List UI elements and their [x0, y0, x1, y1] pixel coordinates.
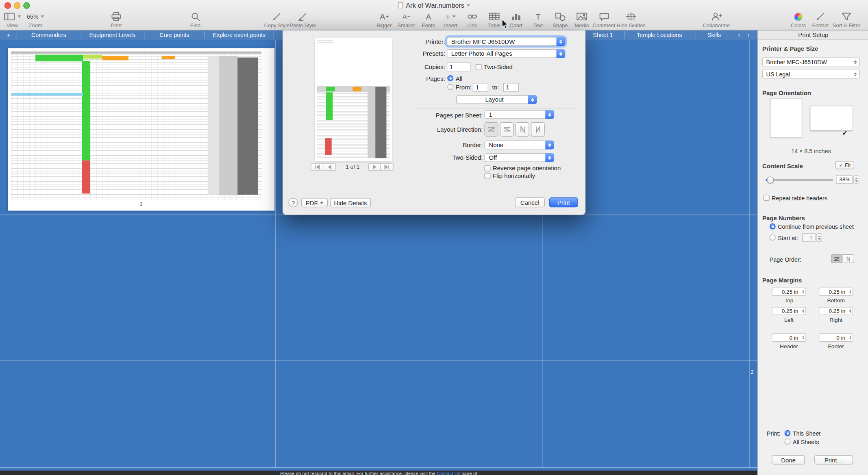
reverse-orientation-checkbox[interactable]: [484, 165, 490, 171]
find-button[interactable]: Find: [189, 12, 202, 28]
flip-horizontally-label: Flip horizontally: [493, 173, 535, 179]
pdf-menu-button[interactable]: PDF: [301, 198, 328, 207]
margin-top-label: Top: [772, 297, 806, 304]
margin-bottom-input[interactable]: 0.25 in: [819, 288, 853, 296]
table-button[interactable]: Table: [488, 12, 501, 28]
tabs-next-button[interactable]: ›: [747, 30, 749, 40]
stepper-icon[interactable]: [802, 336, 804, 340]
title-chevron-icon: [467, 4, 470, 7]
start-at-input[interactable]: 1: [802, 233, 816, 241]
continue-page-numbers-radio[interactable]: [770, 223, 776, 230]
stepper-icon[interactable]: [849, 309, 851, 313]
last-page-icon: [384, 164, 390, 170]
copies-input[interactable]: 1: [447, 63, 471, 72]
fonts-button[interactable]: A Fonts: [422, 12, 435, 28]
page-thumbnail[interactable]: 2: [8, 48, 274, 210]
view-button[interactable]: View: [3, 12, 21, 28]
pages-from-input[interactable]: 1: [473, 83, 488, 92]
stepper-icon[interactable]: [802, 309, 804, 313]
portrait-orientation-option[interactable]: [770, 98, 802, 138]
layout-direction-n2-button[interactable]: [531, 122, 545, 137]
colors-button[interactable]: Colors: [791, 12, 806, 28]
pages-to-input[interactable]: 1: [503, 83, 519, 92]
stepper-icon[interactable]: [849, 290, 851, 294]
slider-knob[interactable]: [767, 176, 774, 184]
layout-direction-s-button[interactable]: [500, 122, 514, 137]
print-button[interactable]: Print: [110, 12, 122, 28]
scale-value-input[interactable]: 38%: [836, 175, 853, 183]
window-title[interactable]: Ark of War.numbers: [0, 2, 868, 9]
collaborate-button[interactable]: Collaborate: [703, 12, 730, 28]
tab-separator: [144, 32, 144, 39]
start-at-stepper[interactable]: [816, 233, 822, 241]
smaller-text-button[interactable]: A− Smaller: [398, 12, 416, 28]
this-sheet-radio[interactable]: [785, 430, 791, 436]
print-confirm-button[interactable]: Print: [549, 197, 578, 207]
margin-right-input[interactable]: 0.25 in: [819, 307, 853, 315]
last-page-button[interactable]: [381, 163, 394, 171]
content-scale-slider[interactable]: [766, 179, 833, 181]
link-button[interactable]: Link: [466, 12, 479, 28]
stepper-icon[interactable]: [802, 290, 804, 294]
format-button[interactable]: Format: [812, 12, 829, 28]
done-button[interactable]: Done: [772, 455, 805, 464]
margin-left-input[interactable]: 0.25 in: [772, 307, 806, 315]
help-button[interactable]: ?: [288, 198, 298, 207]
landscape-orientation-option[interactable]: [810, 106, 853, 130]
copy-style-button[interactable]: Copy Style: [264, 12, 290, 28]
stepper-icon[interactable]: [849, 336, 851, 340]
tabs-prev-button[interactable]: ‹: [738, 30, 740, 40]
media-button[interactable]: Media: [575, 12, 589, 28]
insert-button[interactable]: + Insert: [444, 12, 457, 28]
tab-temple-locations[interactable]: Temple Locations: [637, 30, 682, 40]
margin-header-input[interactable]: 0 in: [772, 334, 806, 342]
tab-cure-points[interactable]: Cure points: [159, 30, 189, 40]
add-sheet-button[interactable]: +: [7, 30, 10, 40]
layout-direction-n-button[interactable]: [516, 122, 529, 137]
prev-page-button[interactable]: [323, 163, 336, 171]
margin-footer-input[interactable]: 0 in: [819, 334, 853, 342]
hide-details-button[interactable]: Hide Details: [330, 198, 371, 207]
all-sheets-radio[interactable]: [785, 438, 791, 445]
repeat-table-headers-checkbox[interactable]: [764, 195, 770, 201]
fit-button[interactable]: ✓ Fit: [835, 161, 854, 169]
border-select[interactable]: None: [484, 141, 554, 150]
pages-per-sheet-select[interactable]: 1: [484, 110, 554, 119]
text-button[interactable]: T Text: [533, 12, 543, 28]
tab-sheet-1[interactable]: Sheet 1: [593, 30, 613, 40]
page-order-vertical-button[interactable]: [843, 254, 855, 263]
contact-us-link[interactable]: Contact Us: [437, 471, 460, 475]
flip-horizontally-checkbox[interactable]: [484, 173, 490, 179]
tab-explore-event-points[interactable]: Explore event points: [213, 30, 265, 40]
paper-size-select[interactable]: US Legal: [762, 69, 860, 78]
pages-all-radio[interactable]: [447, 75, 453, 81]
shape-button[interactable]: Shape: [553, 12, 568, 28]
next-page-button[interactable]: [368, 163, 381, 171]
page-order-horizontal-button[interactable]: [831, 254, 843, 263]
scale-stepper[interactable]: [853, 175, 859, 183]
presets-select[interactable]: Letter Photo-All Pages: [447, 49, 565, 58]
start-at-radio[interactable]: [770, 234, 776, 241]
printer-select[interactable]: Brother MFC-J6510DW: [447, 37, 565, 46]
sort-filter-button[interactable]: Sort & Filter: [833, 12, 860, 28]
layout-direction-z-button[interactable]: [484, 122, 498, 137]
two-sided-select[interactable]: Off: [484, 153, 554, 162]
zoom-select[interactable]: 65% Zoom: [27, 12, 44, 28]
pages-from-radio[interactable]: [447, 84, 453, 90]
two-sided-checkbox[interactable]: [476, 64, 482, 70]
sidebar-print-button[interactable]: Print…: [814, 455, 853, 464]
paste-style-button[interactable]: Paste Style: [289, 12, 316, 28]
margin-top-input[interactable]: 0.25 in: [772, 288, 806, 296]
sidebar-printer-select[interactable]: Brother MFC-J6510DW: [762, 58, 860, 67]
tab-skills[interactable]: Skills: [707, 30, 721, 40]
bigger-text-button[interactable]: A+ Bigger: [376, 12, 392, 28]
cancel-button[interactable]: Cancel: [515, 197, 545, 207]
chart-button[interactable]: Chart: [509, 12, 522, 28]
hide-guides-button[interactable]: Hide Guides: [617, 12, 646, 28]
tab-equipment-levels[interactable]: Equipment Levels: [89, 30, 136, 40]
first-page-button[interactable]: [311, 163, 323, 171]
tab-commanders[interactable]: Commanders: [31, 30, 66, 40]
dialog-section-select[interactable]: Layout: [456, 95, 537, 104]
comment-button[interactable]: Comment: [593, 12, 616, 28]
tab-separator: [695, 32, 695, 39]
